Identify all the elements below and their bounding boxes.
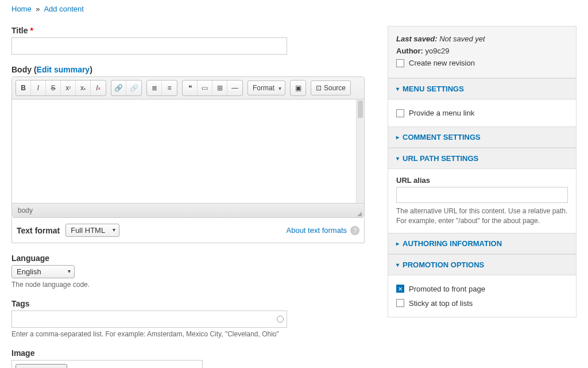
sticky-label: Sticky at top of lists	[409, 299, 473, 308]
breadcrumb-sep: »	[36, 5, 40, 13]
breadcrumb: Home » Add content	[11, 5, 577, 13]
tags-input[interactable]	[11, 310, 287, 328]
image-icon[interactable]: ▭	[198, 80, 212, 95]
language-select[interactable]: English	[11, 265, 75, 278]
main-form: Title * Body (Edit summary) B I S x² x₂ …	[11, 26, 365, 368]
blockquote-icon[interactable]: ❝	[183, 80, 198, 95]
about-text-formats-link[interactable]: About text formats ?	[287, 226, 360, 235]
promoted-label: Promoted to front page	[409, 285, 485, 293]
promoted-checkbox[interactable]: ✕	[396, 285, 404, 293]
text-format-row: Text format Full HTML About text formats…	[11, 218, 365, 243]
link-icon[interactable]: 🔗	[111, 80, 126, 95]
author-value: yo9c29	[425, 47, 450, 55]
url-path-settings-header[interactable]: ▾URL PATH SETTINGS	[388, 148, 576, 169]
chevron-right-icon: ▸	[396, 134, 399, 140]
tags-desc: Enter a comma-separated list. For exampl…	[11, 330, 365, 338]
url-alias-label: URL alias	[396, 176, 568, 185]
last-saved-label: Last saved:	[396, 34, 438, 43]
strike-icon[interactable]: S	[46, 80, 61, 95]
source-button[interactable]: ⊡ Source	[311, 80, 351, 95]
edit-summary-link[interactable]: Edit summary	[37, 65, 90, 74]
body-label: Body (Edit summary)	[11, 65, 365, 74]
subscript-icon[interactable]: x₂	[76, 80, 91, 95]
breadcrumb-home[interactable]: Home	[11, 5, 32, 13]
superscript-icon[interactable]: x²	[61, 80, 76, 95]
wysiwyg-editor: B I S x² x₂ Ix 🔗 🔗 ≣ ≡	[11, 76, 365, 218]
menu-link-checkbox[interactable]	[396, 109, 404, 117]
bullet-list-icon[interactable]: ≣	[147, 80, 162, 95]
autocomplete-icon	[277, 316, 284, 323]
italic-icon[interactable]: I	[31, 80, 46, 95]
text-format-select[interactable]: Full HTML	[65, 224, 119, 237]
promotion-options-header[interactable]: ▾PROMOTION OPTIONS	[388, 254, 576, 275]
editor-textarea[interactable]	[12, 99, 364, 203]
sidebar: Last saved: Not saved yet Author: yo9c29…	[388, 26, 577, 368]
chevron-down-icon: ▾	[396, 155, 399, 162]
revision-checkbox[interactable]	[396, 59, 404, 67]
file-browse-button[interactable]: Examinar…	[16, 364, 67, 368]
breadcrumb-current[interactable]: Add content	[44, 5, 83, 13]
text-format-label: Text format	[17, 226, 60, 235]
url-alias-input[interactable]	[396, 187, 568, 203]
author-label: Author:	[396, 47, 423, 55]
comment-settings-header[interactable]: ▸COMMENT SETTINGS	[388, 126, 576, 148]
title-input[interactable]	[11, 37, 287, 55]
resize-handle-icon[interactable]	[357, 212, 362, 216]
media-icon[interactable]: ▣	[291, 80, 305, 95]
language-label: Language	[11, 254, 365, 263]
table-icon[interactable]: ⊞	[212, 80, 227, 95]
editor-toolbar: B I S x² x₂ Ix 🔗 🔗 ≣ ≡	[12, 77, 364, 99]
menu-link-label: Provide a menu link	[409, 109, 474, 117]
number-list-icon[interactable]: ≡	[162, 80, 177, 95]
hr-icon[interactable]: —	[227, 80, 242, 95]
menu-settings-header[interactable]: ▾MENU SETTINGS	[388, 78, 576, 99]
language-desc: The node language code.	[11, 281, 365, 289]
editor-scrollbar[interactable]	[356, 99, 364, 203]
chevron-down-icon: ▾	[396, 86, 399, 92]
tags-label: Tags	[11, 299, 365, 308]
chevron-right-icon: ▸	[396, 240, 399, 247]
url-alias-desc: The alternative URL for this content. Us…	[396, 206, 568, 226]
help-icon: ?	[350, 226, 359, 235]
title-label: Title *	[11, 26, 365, 35]
source-icon: ⊡	[316, 84, 322, 92]
remove-format-icon[interactable]: Ix	[91, 80, 106, 95]
last-saved-value: Not saved yet	[439, 34, 485, 43]
authoring-info-header[interactable]: ▸AUTHORING INFORMATION	[388, 233, 576, 254]
editor-path: body	[12, 203, 364, 217]
format-dropdown[interactable]: Format	[247, 80, 285, 95]
revision-label: Create new revision	[409, 59, 475, 67]
image-label: Image	[11, 348, 365, 358]
unlink-icon[interactable]: 🔗	[126, 80, 141, 95]
sticky-checkbox[interactable]	[396, 299, 404, 307]
bold-icon[interactable]: B	[16, 80, 31, 95]
chevron-down-icon: ▾	[396, 262, 399, 268]
